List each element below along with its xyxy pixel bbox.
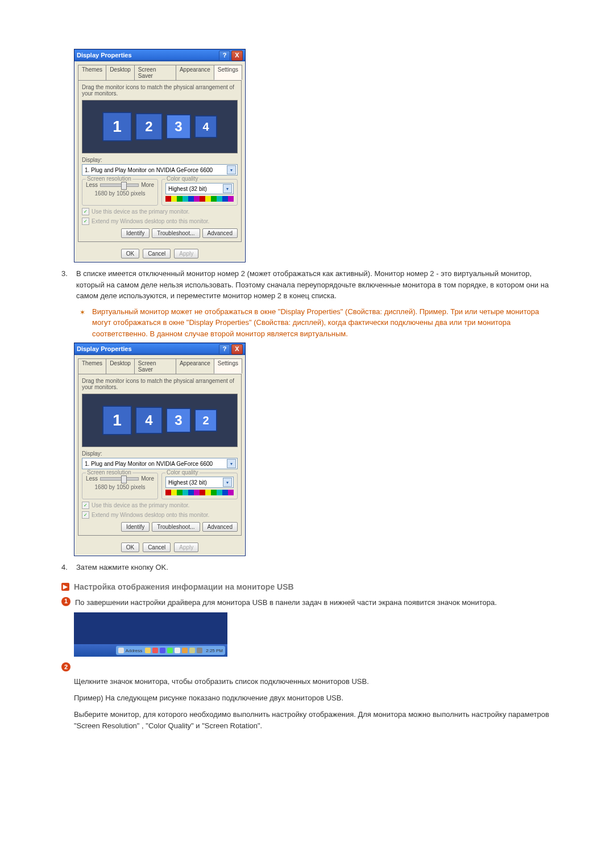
checkbox-label: Extend my Windows desktop onto this moni… [92,218,209,224]
screen-resolution-group: Screen resolution Less More 1680 by 1050… [82,473,158,499]
display-properties-dialog-2: Display Properties ? X Themes Desktop Sc… [74,343,246,556]
tab-desktop[interactable]: Desktop [106,65,135,80]
monitor-icon[interactable]: 3 [166,114,191,139]
tray-icon[interactable] [145,648,151,653]
tray-icon[interactable] [167,648,173,653]
tab-screensaver[interactable]: Screen Saver [134,358,176,374]
identify-button[interactable]: Identify [121,522,150,532]
resolution-value: 1680 by 1050 pixels [86,190,154,197]
apply-button[interactable]: Apply [174,249,198,258]
display-value: 1. Plug and Play Monitor on NVIDIA GeFor… [85,167,213,173]
close-button[interactable]: X [231,51,243,61]
display-dropdown[interactable]: 1. Plug and Play Monitor on NVIDIA GeFor… [82,458,238,469]
title-text: Display Properties [77,49,132,61]
step-badge-1: 1 [61,597,70,606]
color-quality-dropdown[interactable]: Highest (32 bit) ▾ [165,183,234,194]
tab-screensaver[interactable]: Screen Saver [134,65,176,80]
tab-body: Drag the monitor icons to match the phys… [78,374,242,536]
title-text: Display Properties [77,343,132,355]
tab-desktop[interactable]: Desktop [106,358,135,374]
tab-themes[interactable]: Themes [78,65,106,80]
tab-appearance[interactable]: Appearance [176,65,214,80]
apply-button[interactable]: Apply [174,542,198,552]
chevron-down-icon: ▾ [227,165,236,174]
ok-button[interactable]: OK [121,249,139,258]
taskbar: Address 2:25 PM [74,644,227,657]
cancel-button[interactable]: Cancel [143,249,171,258]
tray-icon[interactable] [182,648,188,653]
monitor-tray-icon[interactable] [197,648,202,653]
tray-icon[interactable] [175,648,180,653]
system-tray[interactable]: Address 2:25 PM [116,646,225,655]
step-badge-2: 2 [61,662,70,671]
troubleshoot-button[interactable]: Troubleshoot... [152,228,200,238]
advanced-button[interactable]: Advanced [202,228,238,238]
help-button[interactable]: ? [219,344,230,354]
badge-text: По завершении настройки драйвера для мон… [75,597,497,608]
tray-icon[interactable] [118,648,124,653]
identify-button[interactable]: Identify [121,228,150,238]
checkbox-label: Use this device as the primary monitor. [92,208,189,215]
slider-thumb[interactable] [121,182,127,190]
advanced-button[interactable]: Advanced [202,522,238,532]
color-quality-value: Highest (32 bit) [168,479,207,486]
color-quality-value: Highest (32 bit) [168,186,207,192]
color-quality-dropdown[interactable]: Highest (32 bit) ▾ [165,477,234,488]
cancel-button[interactable]: Cancel [143,542,171,552]
resolution-slider[interactable] [100,477,139,481]
tray-clock: 2:25 PM [206,648,223,653]
close-button[interactable]: X [231,344,243,354]
tab-strip: Themes Desktop Screen Saver Appearance S… [74,355,245,374]
troubleshoot-button[interactable]: Troubleshoot... [152,522,200,532]
desktop-area [74,612,227,644]
monitor-icon[interactable]: 4 [135,407,163,434]
body-text: Щелкните значок монитора, чтобы отобрази… [74,676,557,688]
monitor-icon[interactable]: 2 [135,113,163,140]
chevron-down-icon: ▾ [223,478,232,487]
ok-button[interactable]: OK [121,542,139,552]
tab-settings[interactable]: Settings [214,358,242,374]
step-text: В списке имеется отключенный монитор ном… [76,268,557,302]
monitor-icon[interactable]: 4 [194,115,217,138]
display-value: 1. Plug and Play Monitor on NVIDIA GeFor… [85,461,213,467]
titlebar[interactable]: Display Properties ? X [74,49,245,61]
resolution-slider[interactable] [100,183,139,187]
tray-icon[interactable] [160,648,165,653]
tab-strip: Themes Desktop Screen Saver Appearance S… [74,61,245,80]
extend-desktop-checkbox: ✓ Extend my Windows desktop onto this mo… [82,218,238,225]
taskbar-screenshot: Address 2:25 PM [74,612,227,657]
titlebar[interactable]: Display Properties ? X [74,343,245,355]
tab-themes[interactable]: Themes [78,358,106,374]
monitor-icon[interactable]: 2 [194,409,217,432]
checkbox-label: Extend my Windows desktop onto this moni… [92,512,209,518]
primary-monitor-checkbox: ✓ Use this device as the primary monitor… [82,502,238,509]
tab-settings[interactable]: Settings [214,65,242,80]
tray-icon[interactable] [189,648,195,653]
monitor-icon[interactable]: 3 [166,408,191,433]
step-number: 3. [61,268,72,302]
slider-less: Less [86,475,98,482]
monitor-icon[interactable]: 1 [102,112,132,141]
display-dropdown[interactable]: 1. Plug and Play Monitor on NVIDIA GeFor… [82,164,238,176]
color-strip [165,490,234,495]
slider-thumb[interactable] [121,475,127,483]
chevron-down-icon: ▾ [227,459,236,468]
tray-icon[interactable] [152,648,158,653]
drag-hint: Drag the monitor icons to match the phys… [82,84,238,97]
step-text: Затем нажмите кнопку OK. [76,562,168,573]
color-quality-label: Color quality [165,469,200,475]
display-label: Display: [82,450,238,457]
extend-desktop-checkbox: ✓ Extend my Windows desktop onto this mo… [82,511,238,519]
drag-hint: Drag the monitor icons to match the phys… [82,378,238,390]
help-button[interactable]: ? [219,51,230,61]
arrow-icon: ▶ [61,583,69,591]
monitor-arrangement[interactable]: 1 2 3 4 [82,100,238,153]
body-text: Выберите монитор, для которого необходим… [74,709,557,733]
tab-appearance[interactable]: Appearance [176,358,214,374]
bullet-text: Виртуальный монитор может не отображатьс… [92,306,557,340]
color-quality-label: Color quality [165,176,200,182]
primary-monitor-checkbox: ✓ Use this device as the primary monitor… [82,208,238,215]
monitor-arrangement[interactable]: 1 4 3 2 [82,394,238,447]
monitor-icon[interactable]: 1 [102,406,132,435]
bullet-icon: ✶ [80,306,88,340]
